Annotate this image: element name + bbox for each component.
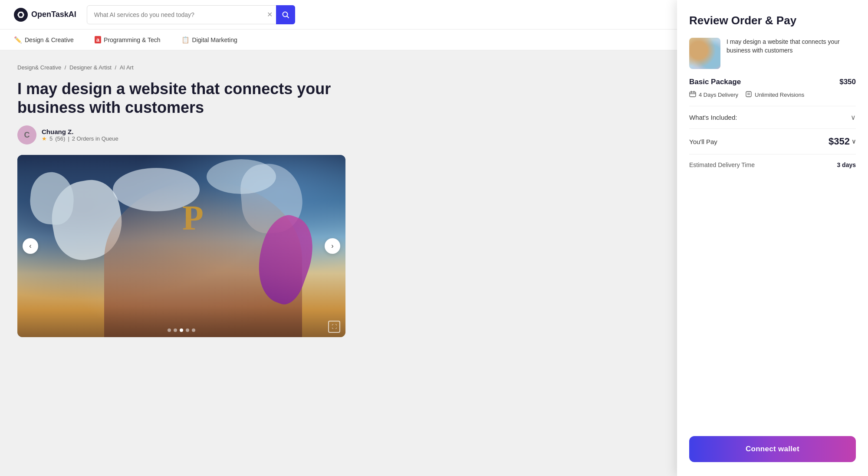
clock-icon [689, 91, 696, 99]
dot-3[interactable] [180, 328, 183, 332]
marketing-icon: 📋 [181, 36, 190, 44]
nav-label-programming: Programming & Tech [104, 36, 160, 43]
logo[interactable]: OpenTaskAI [14, 8, 76, 22]
carousel-next-button[interactable]: › [325, 238, 340, 254]
delivery-label: Estimated Delivery Time [689, 161, 755, 168]
prev-icon: ‹ [29, 242, 31, 250]
divider-2 [689, 128, 856, 129]
breadcrumb-item-2[interactable]: Designer & Artist [69, 64, 112, 71]
logo-text: OpenTaskAI [31, 10, 76, 19]
package-meta: 4 Days Delivery Unlimited Revisions [689, 91, 856, 99]
svg-line-4 [287, 16, 289, 18]
carousel-prev-button[interactable]: ‹ [23, 238, 38, 254]
pay-chevron-icon: ∨ [852, 138, 856, 145]
panel-content: Review Order & Pay I may design a websit… [677, 0, 868, 436]
fullscreen-icon[interactable]: ⛶ [328, 321, 340, 333]
dot-1[interactable] [168, 328, 171, 332]
delivery-value: 3 days [837, 161, 856, 168]
breadcrumb-sep-2: / [115, 64, 118, 71]
search-icon [282, 11, 289, 19]
order-thumbnail [689, 38, 720, 69]
review-count: (56) [55, 135, 65, 142]
pay-row: You'll Pay $352 ∨ [689, 136, 856, 147]
nav-item-marketing[interactable]: 📋 Digital Marketing [181, 36, 237, 44]
pay-amount-value: $352 [829, 136, 850, 147]
orders-in-queue: 2 Orders in Queue [72, 135, 118, 142]
author-name: Chuang Z. [42, 128, 118, 135]
panel-title: Review Order & Pay [689, 14, 856, 27]
programming-icon: a [95, 36, 101, 43]
carousel: P ‹ › ⛶ [17, 155, 345, 337]
cloud-2 [207, 159, 276, 194]
svg-rect-5 [690, 92, 696, 97]
revisions-meta: Unlimited Revisions [745, 91, 804, 99]
revisions-icon [745, 91, 752, 99]
search-input[interactable] [87, 5, 295, 24]
search-button[interactable] [276, 5, 295, 24]
order-thumb-image [689, 38, 720, 69]
revisions-label: Unlimited Revisions [755, 92, 804, 98]
logo-icon [14, 8, 28, 22]
divider-3 [689, 154, 856, 154]
svg-point-2 [17, 11, 24, 18]
whats-included-label: What's Included: [689, 114, 737, 121]
carousel-image: P [17, 155, 345, 337]
order-item: I may design a website that connects you… [689, 38, 856, 69]
package-row: Basic Package $350 [689, 78, 856, 86]
dot-4[interactable] [186, 328, 189, 332]
side-panel: Review Order & Pay I may design a websit… [677, 0, 868, 476]
package-price: $350 [839, 78, 856, 86]
search-clear-icon[interactable]: ✕ [267, 10, 273, 19]
author-info: Chuang Z. ★ 5 (56) | 2 Orders in Queue [42, 128, 118, 142]
divider-1 [689, 106, 856, 106]
breadcrumb-item-3[interactable]: AI Art [120, 64, 134, 71]
author-meta: ★ 5 (56) | 2 Orders in Queue [42, 135, 118, 142]
nav-label-design: Design & Creative [25, 36, 74, 43]
page-title: I may design a website that connects you… [17, 79, 339, 117]
search-bar: ✕ [87, 5, 295, 24]
delivery-days-label: 4 Days Delivery [699, 92, 738, 98]
design-icon: ✏️ [14, 36, 22, 44]
next-icon: › [331, 242, 333, 250]
rating: 5 [49, 135, 53, 142]
cloud-1 [113, 168, 200, 211]
whats-included[interactable]: What's Included: ∨ [689, 113, 856, 121]
order-description: I may design a website that connects you… [727, 38, 856, 55]
breadcrumb-item-1[interactable]: Design& Creative [17, 64, 61, 71]
delivery-row: Estimated Delivery Time 3 days [689, 161, 856, 168]
pay-amount[interactable]: $352 ∨ [829, 136, 856, 147]
pay-label: You'll Pay [689, 138, 717, 145]
nav-item-programming[interactable]: a Programming & Tech [95, 36, 161, 43]
breadcrumb-sep-1: / [65, 64, 68, 71]
avatar: C [17, 125, 36, 144]
delivery-meta: 4 Days Delivery [689, 91, 738, 99]
nav-item-design[interactable]: ✏️ Design & Creative [14, 36, 74, 44]
star-icon: ★ [42, 135, 47, 142]
package-name: Basic Package [689, 78, 741, 86]
carousel-dots [168, 328, 195, 332]
dot-5[interactable] [192, 328, 195, 332]
dot-2[interactable] [174, 328, 177, 332]
separator: | [68, 135, 69, 142]
chevron-down-icon: ∨ [851, 113, 856, 121]
svg-rect-9 [746, 92, 751, 97]
nav-label-marketing: Digital Marketing [192, 36, 237, 43]
connect-wallet-button[interactable]: Connect wallet [689, 436, 856, 462]
art-blob-2 [28, 171, 76, 226]
